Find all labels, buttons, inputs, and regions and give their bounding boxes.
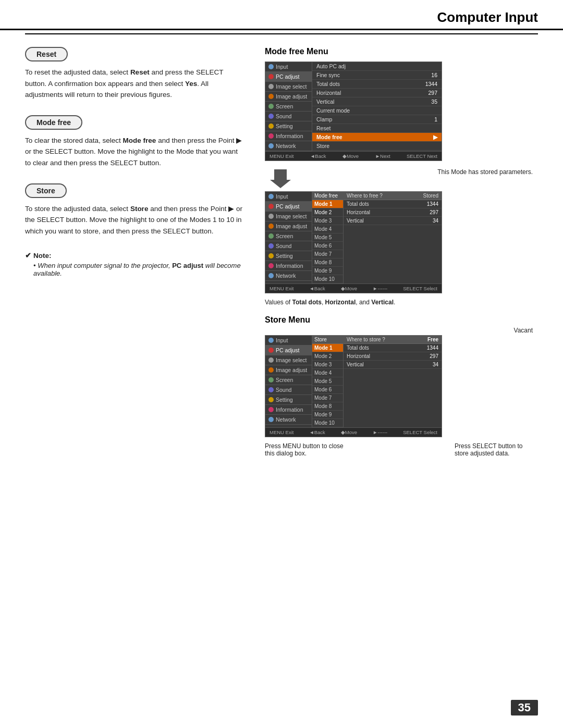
store-mode-7: Mode 7	[312, 394, 343, 402]
callout-stored-text: This Mode has stored parameters.	[307, 166, 538, 176]
store-sound-icon	[268, 387, 274, 392]
mode-free-description: To clear the stored data, select Mode fr…	[25, 135, 244, 169]
sidebar-item-screen: Screen	[265, 102, 312, 112]
osd-row-horizontal: Horizontal297	[312, 89, 442, 97]
osd-row-clamp: Clamp1	[312, 115, 442, 124]
osd-row-mode-free: Mode free▶	[312, 133, 442, 142]
mode-9-item: Mode 9	[312, 267, 343, 275]
reset-description: To reset the adjusted data, select Reset…	[25, 67, 244, 101]
osd-menu-box: Input PC adjust Image select Image	[265, 61, 442, 161]
mode-3-item: Mode 3	[312, 217, 343, 225]
store-mode-column: Store Mode 1 Mode 2 Mode 3 Mode 4 Mode 5…	[312, 336, 344, 427]
store-sidebar-setting: Setting	[265, 395, 312, 405]
image-select-icon	[268, 84, 274, 89]
osd-sub-content: Mode free Mode 1 Mode 2 Mode 3 Mode 4 Mo…	[312, 192, 442, 283]
image-adjust-icon	[268, 94, 274, 99]
store-mode-9: Mode 9	[312, 411, 343, 419]
store-mode-6: Mode 6	[312, 386, 343, 394]
sub-sidebar-setting: Setting	[265, 251, 312, 261]
osd-row-store: Store	[312, 142, 442, 151]
sidebar-item-network: Network	[265, 141, 312, 151]
osd-sub-menu: Input PC adjust Image select Image	[265, 191, 538, 293]
sub-setting-icon	[268, 253, 274, 258]
osd-sub-sidebar: Input PC adjust Image select Image	[265, 192, 312, 283]
osd-mode-column: Mode free Mode 1 Mode 2 Mode 3 Mode 4 Mo…	[312, 192, 344, 283]
sub-network-icon	[268, 273, 274, 278]
mode-8-item: Mode 8	[312, 258, 343, 267]
store-button-label: Store	[25, 183, 67, 198]
sub-sidebar-screen: Screen	[265, 231, 312, 241]
osd-main-menu: Input PC adjust Image select Image	[265, 61, 538, 161]
store-sidebar-sound: Sound	[265, 385, 312, 395]
mode-free-button-label: Mode free	[25, 115, 82, 130]
store-mode-10: Mode 10	[312, 419, 343, 427]
values-note: Values of Total dots, Horizontal, and Ve…	[265, 299, 538, 306]
osd-store-menu: Input PC adjust Image select Image	[265, 335, 538, 437]
sub-sidebar-network: Network	[265, 271, 312, 281]
osd-row-reset: Reset	[312, 124, 442, 133]
store-sidebar-image-adjust: Image adjust	[265, 365, 312, 375]
sub-sound-icon	[268, 243, 274, 249]
val-vertical: Vertical34	[344, 217, 442, 225]
sub-imgadj-icon	[268, 224, 274, 229]
mode-free-section: Mode free To clear the stored data, sele…	[25, 115, 244, 169]
sub-sidebar-sound: Sound	[265, 241, 312, 251]
osd-row-fine-sync: Fine sync16	[312, 71, 442, 80]
sub-sidebar-information: Information	[265, 261, 312, 271]
osd-row-current-mode: Current mode	[312, 106, 442, 115]
mode-5-item: Mode 5	[312, 233, 343, 242]
store-sidebar-screen: Screen	[265, 375, 312, 385]
network-icon	[268, 143, 274, 149]
mode-1-item: Mode 1	[312, 200, 343, 208]
sidebar-item-input: Input	[265, 62, 312, 72]
store-screen-icon	[268, 377, 274, 382]
osd-store-content: Store Mode 1 Mode 2 Mode 3 Mode 4 Mode 5…	[312, 336, 442, 427]
store-sidebar-information: Information	[265, 405, 312, 415]
values-header: Where to free ? Stored	[344, 192, 442, 200]
store-network-icon	[268, 417, 274, 422]
page-header: Computer Input	[0, 0, 563, 30]
sub-sidebar-input: Input	[265, 192, 312, 202]
sidebar-item-image-adjust: Image adjust	[265, 92, 312, 102]
osd-footer: MENU Exit ◄Back ◆Move ►Next SELECT Next	[265, 151, 442, 161]
store-values-column: Where to store ? Free Total dots1344 Hor…	[344, 336, 442, 427]
pc-adjust-icon	[268, 74, 274, 79]
store-pc-icon	[268, 348, 274, 353]
store-setting-icon	[268, 397, 274, 402]
store-description: To store the adjusted data, select Store…	[25, 203, 244, 237]
vacant-label: Vacant	[265, 327, 538, 334]
store-imgadj-icon	[268, 367, 274, 373]
osd-row-vertical: Vertical35	[312, 97, 442, 106]
sub-sidebar-image-select: Image select	[265, 212, 312, 221]
screen-icon	[268, 104, 274, 109]
page-title: Computer Input	[25, 9, 538, 26]
osd-store-menu-box: Input PC adjust Image select Image	[265, 335, 442, 437]
store-val-horizontal: Horizontal297	[344, 352, 442, 361]
osd-sidebar: Input PC adjust Image select Image	[265, 62, 312, 151]
left-column: Reset To reset the adjusted data, select…	[25, 47, 244, 457]
mode-6-item: Mode 6	[312, 242, 343, 250]
store-values-header: Where to store ? Free	[344, 336, 442, 344]
sub-info-icon	[268, 263, 274, 268]
osd-row-total-dots: Total dots1344	[312, 80, 442, 89]
store-info-icon	[268, 407, 274, 412]
input-icon	[268, 64, 274, 69]
reset-section: Reset To reset the adjusted data, select…	[25, 47, 244, 101]
caption-select: Press SELECT button to store adjusted da…	[455, 442, 538, 457]
sub-pc-icon	[268, 204, 274, 209]
store-menu-title: Store Menu	[265, 315, 538, 325]
osd-values-column: Where to free ? Stored Total dots1344 Ho…	[344, 192, 442, 283]
sub-input-icon	[268, 194, 274, 199]
mode-10-item: Mode 10	[312, 275, 343, 283]
val-horizontal: Horizontal297	[344, 208, 442, 217]
mode-7-item: Mode 7	[312, 250, 343, 258]
mode-2-item: Mode 2	[312, 208, 343, 217]
caption-menu: Press MENU button to close this dialog b…	[265, 442, 348, 457]
osd-sub-footer: MENU Exit ◄Back ◆Move ►------ SELECT Sel…	[265, 283, 442, 293]
store-imgsel-icon	[268, 357, 274, 363]
store-section: Store To store the adjusted data, select…	[25, 183, 244, 237]
sidebar-item-setting: Setting	[265, 121, 312, 131]
sound-icon	[268, 114, 274, 119]
store-sidebar-image-select: Image select	[265, 355, 312, 365]
setting-icon	[268, 124, 274, 129]
